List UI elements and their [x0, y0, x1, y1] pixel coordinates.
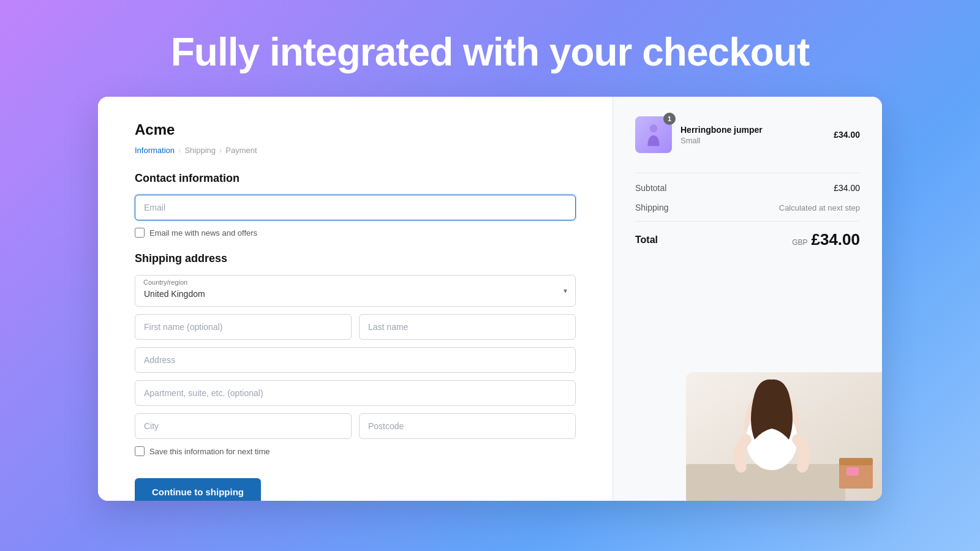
total-label: Total — [635, 234, 658, 246]
svg-rect-8 — [846, 467, 859, 476]
contact-section-title: Contact information — [135, 172, 576, 185]
breadcrumb-sep-2: › — [219, 146, 222, 155]
left-panel: Acme Information › Shipping › Payment Co… — [98, 97, 612, 501]
last-name-input[interactable] — [359, 314, 576, 340]
city-input[interactable] — [135, 413, 352, 439]
email-input[interactable] — [135, 195, 576, 220]
shipping-row: Shipping Calculated at next step — [635, 198, 860, 217]
first-name-input[interactable] — [135, 314, 352, 340]
product-variant: Small — [680, 136, 825, 145]
subtotal-row: Subtotal £34.00 — [635, 178, 860, 198]
breadcrumb-information[interactable]: Information — [135, 146, 175, 155]
apt-input[interactable] — [135, 380, 576, 406]
checkout-card: Acme Information › Shipping › Payment Co… — [98, 97, 882, 501]
postcode-input[interactable] — [359, 413, 576, 439]
product-price: £34.00 — [834, 130, 860, 140]
newsletter-row: Email me with news and offers — [135, 228, 576, 238]
continue-to-shipping-button[interactable]: Continue to shipping — [135, 478, 261, 501]
quantity-badge: 1 — [663, 113, 676, 125]
breadcrumb-sep-1: › — [178, 146, 181, 155]
country-select[interactable]: United Kingdom — [135, 275, 576, 307]
country-label: Country/region — [143, 279, 187, 286]
hero-title: Fully integrated with your checkout — [171, 0, 809, 97]
total-amount: £34.00 — [811, 230, 860, 249]
name-row — [135, 314, 576, 340]
country-group: Country/region United Kingdom ▾ — [135, 275, 576, 307]
svg-rect-2 — [686, 464, 845, 501]
shipping-value: Calculated at next step — [779, 203, 860, 212]
divider-1 — [635, 173, 860, 173]
total-row: Total GBP £34.00 — [635, 221, 860, 249]
city-postcode-row — [135, 413, 576, 439]
shipping-section-title: Shipping address — [135, 252, 576, 265]
address-input[interactable] — [135, 347, 576, 373]
subtotal-value: £34.00 — [834, 183, 860, 193]
video-background — [686, 372, 882, 501]
breadcrumb: Information › Shipping › Payment — [135, 146, 576, 155]
save-info-row: Save this information for next time — [135, 446, 576, 456]
product-image-wrap: 1 — [635, 116, 672, 153]
video-preview — [686, 372, 882, 501]
breadcrumb-payment[interactable]: Payment — [225, 146, 257, 155]
shipping-label: Shipping — [635, 203, 669, 212]
product-row: 1 Herringbone jumper Small £34.00 — [635, 116, 860, 153]
total-currency: GBP — [792, 238, 807, 247]
save-info-checkbox[interactable] — [135, 446, 145, 456]
right-panel: 1 Herringbone jumper Small £34.00 Subtot… — [612, 97, 882, 501]
newsletter-label: Email me with news and offers — [149, 228, 257, 238]
store-name: Acme — [135, 121, 576, 138]
product-info: Herringbone jumper Small — [680, 125, 825, 145]
subtotal-label: Subtotal — [635, 183, 666, 193]
email-group — [135, 195, 576, 220]
save-info-label: Save this information for next time — [149, 447, 270, 456]
apt-group — [135, 380, 576, 406]
svg-rect-7 — [839, 458, 873, 465]
breadcrumb-shipping[interactable]: Shipping — [184, 146, 216, 155]
product-name: Herringbone jumper — [680, 125, 825, 135]
total-value-wrap: GBP £34.00 — [792, 230, 860, 249]
newsletter-checkbox[interactable] — [135, 228, 145, 238]
address-group — [135, 347, 576, 373]
svg-point-0 — [650, 124, 658, 132]
